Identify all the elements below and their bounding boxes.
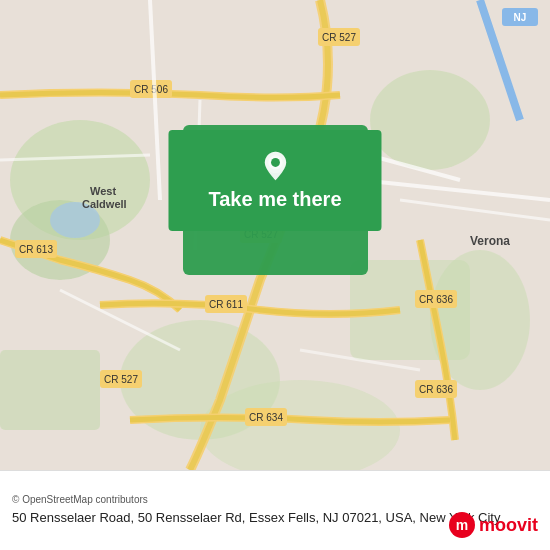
svg-point-45	[271, 158, 280, 167]
map-background: CR 527 CR 527 CR 527 CR 506 NJ CR 613 CR…	[0, 0, 550, 470]
pin-icon	[259, 150, 291, 182]
moovit-logo: m moovit	[449, 512, 538, 538]
take-me-there-button[interactable]: Take me there	[168, 130, 381, 231]
map-container: CR 527 CR 527 CR 527 CR 506 NJ CR 613 CR…	[0, 0, 550, 470]
svg-text:CR 506: CR 506	[134, 84, 168, 95]
svg-text:Verona: Verona	[470, 234, 510, 248]
moovit-text: moovit	[479, 515, 538, 536]
svg-text:CR 527: CR 527	[322, 32, 356, 43]
svg-text:NJ: NJ	[514, 12, 527, 23]
svg-point-3	[370, 70, 490, 170]
osm-credit: © OpenStreetMap contributors	[12, 494, 538, 505]
svg-text:West: West	[90, 185, 116, 197]
svg-text:CR 634: CR 634	[249, 412, 283, 423]
cta-label: Take me there	[208, 188, 341, 211]
svg-text:Caldwell: Caldwell	[82, 198, 127, 210]
moovit-icon: m	[449, 512, 475, 538]
svg-text:CR 527: CR 527	[104, 374, 138, 385]
svg-text:CR 613: CR 613	[19, 244, 53, 255]
svg-text:CR 611: CR 611	[209, 299, 243, 310]
svg-text:CR 636: CR 636	[419, 384, 453, 395]
svg-text:CR 636: CR 636	[419, 294, 453, 305]
footer: © OpenStreetMap contributors 50 Renssela…	[0, 470, 550, 550]
svg-rect-7	[0, 350, 100, 430]
